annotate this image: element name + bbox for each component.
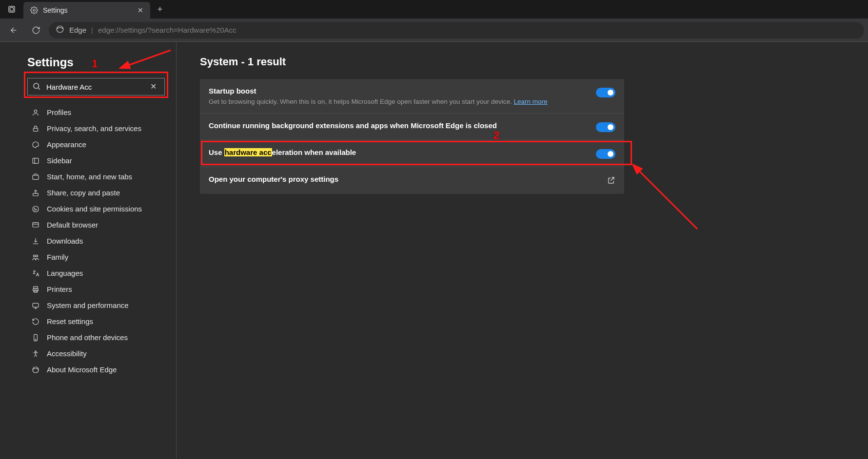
- svg-rect-21: [33, 303, 39, 307]
- svg-point-11: [33, 206, 39, 212]
- addr-browser-name: Edge: [69, 26, 86, 34]
- sidebar-item-palette[interactable]: Appearance: [27, 136, 164, 153]
- sidebar-item-edge[interactable]: About Microsoft Edge: [27, 362, 164, 378]
- sidebar-item-language[interactable]: Languages: [27, 265, 164, 281]
- system-icon: [31, 302, 40, 309]
- sidebar-item-label: Privacy, search, and services: [47, 124, 141, 133]
- sidebar-item-label: Cookies and site permissions: [47, 205, 142, 213]
- external-link-icon: [607, 176, 615, 186]
- reset-icon: [31, 318, 40, 325]
- sidebar-item-label: Default browser: [47, 221, 98, 229]
- new-tab-button[interactable]: +: [150, 0, 170, 19]
- sidebar-item-label: Family: [47, 253, 68, 261]
- sidebar-item-profile[interactable]: Profiles: [27, 104, 164, 120]
- sidebar-item-family[interactable]: Family: [27, 249, 164, 265]
- toolbar: Edge | edge://settings/?search=Hardware%…: [0, 19, 868, 42]
- sidebar-item-label: Reset settings: [47, 317, 93, 325]
- settings-heading: Settings: [27, 56, 164, 69]
- refresh-button[interactable]: [26, 20, 46, 40]
- row-proxy-settings[interactable]: Open your computer's proxy settings: [200, 167, 624, 194]
- svg-rect-1: [10, 8, 14, 11]
- row-title: Startup boost: [209, 87, 588, 95]
- search-icon: [32, 82, 41, 92]
- sidebar-item-label: Profiles: [47, 108, 71, 116]
- row-hardware-acceleration: Use hardware acceleration when available: [200, 140, 624, 167]
- svg-rect-9: [33, 175, 39, 179]
- tab-actions-button[interactable]: [0, 0, 23, 19]
- sidebar-item-sidebar[interactable]: Sidebar: [27, 153, 164, 169]
- addr-divider: |: [91, 26, 93, 34]
- sidebar-item-label: Share, copy and paste: [47, 189, 120, 197]
- row-background-apps: Continue running background extensions a…: [200, 113, 624, 140]
- svg-point-13: [36, 209, 37, 210]
- learn-more-link[interactable]: Learn more: [514, 98, 548, 105]
- search-input[interactable]: [27, 78, 165, 96]
- sidebar-item-label: Sidebar: [47, 156, 72, 165]
- sidebar-item-phone[interactable]: Phone and other devices: [27, 329, 164, 345]
- sidebar-item-cookie[interactable]: Cookies and site permissions: [27, 201, 164, 217]
- sidebar-item-label: Accessibility: [47, 349, 87, 358]
- sidebar-item-tabs[interactable]: Start, home, and new tabs: [27, 169, 164, 185]
- sidebar-item-label: Start, home, and new tabs: [47, 172, 132, 181]
- sidebar-item-reset[interactable]: Reset settings: [27, 313, 164, 329]
- addr-url: edge://settings/?search=Hardware%20Acc: [98, 26, 237, 34]
- language-icon: [31, 269, 40, 277]
- sidebar-item-default[interactable]: Default browser: [27, 217, 164, 233]
- search-highlight: hardware acc: [224, 148, 272, 156]
- gear-icon: [30, 6, 38, 14]
- row-subtitle: Get to browsing quickly. When this is on…: [209, 98, 588, 105]
- toggle-background-apps[interactable]: [596, 122, 615, 132]
- settings-search: ✕: [27, 78, 164, 96]
- row-title: Continue running background extensions a…: [209, 121, 588, 130]
- download-icon: [31, 237, 40, 245]
- sidebar-item-label: Phone and other devices: [47, 333, 128, 342]
- sidebar-item-label: Languages: [47, 269, 83, 277]
- settings-sidebar: Settings ✕ ProfilesPrivacy, search, and …: [0, 42, 177, 459]
- lock-icon: [31, 125, 40, 133]
- default-icon: [31, 221, 40, 229]
- settings-main: System - 1 result Startup boost Get to b…: [177, 42, 868, 459]
- edge-icon: [31, 366, 40, 374]
- sidebar-item-label: About Microsoft Edge: [47, 365, 117, 374]
- printer-icon: [31, 286, 40, 293]
- sidebar-item-accessibility[interactable]: Accessibility: [27, 345, 164, 362]
- sidebar-item-system[interactable]: System and performance: [27, 297, 164, 313]
- tabs-icon: [31, 173, 40, 181]
- svg-point-3: [57, 26, 63, 33]
- edge-icon: [56, 25, 64, 35]
- palette-icon: [31, 141, 40, 149]
- tab-title: Settings: [43, 6, 68, 14]
- svg-point-12: [34, 208, 35, 209]
- close-tab-button[interactable]: ✕: [138, 6, 143, 14]
- sidebar-item-lock[interactable]: Privacy, search, and services: [27, 120, 164, 136]
- svg-point-5: [34, 110, 37, 112]
- profile-icon: [31, 109, 40, 116]
- sidebar-item-label: System and performance: [47, 301, 129, 309]
- row-startup-boost: Startup boost Get to browsing quickly. W…: [200, 79, 624, 113]
- accessibility-icon: [31, 350, 40, 358]
- svg-rect-15: [33, 222, 39, 227]
- sidebar-icon: [31, 157, 40, 165]
- svg-point-23: [35, 339, 36, 340]
- svg-point-4: [34, 83, 39, 89]
- results-heading: System - 1 result: [200, 56, 845, 68]
- browser-tab[interactable]: Settings ✕: [23, 2, 150, 19]
- sidebar-item-download[interactable]: Downloads: [27, 233, 164, 249]
- family-icon: [31, 253, 40, 261]
- toggle-startup-boost[interactable]: [596, 88, 615, 97]
- sidebar-item-printer[interactable]: Printers: [27, 281, 164, 297]
- svg-point-24: [35, 351, 37, 352]
- back-button[interactable]: [4, 20, 23, 40]
- svg-point-17: [36, 255, 38, 257]
- address-bar[interactable]: Edge | edge://settings/?search=Hardware%…: [49, 22, 864, 38]
- share-icon: [31, 189, 40, 197]
- clear-search-button[interactable]: ✕: [150, 82, 157, 91]
- svg-rect-7: [33, 158, 39, 163]
- sidebar-item-label: Printers: [47, 285, 72, 293]
- phone-icon: [31, 334, 40, 342]
- sidebar-item-share[interactable]: Share, copy and paste: [27, 185, 164, 201]
- svg-point-25: [33, 367, 39, 373]
- toggle-hardware-acceleration[interactable]: [596, 149, 615, 159]
- svg-rect-6: [33, 128, 38, 131]
- svg-point-2: [33, 9, 35, 11]
